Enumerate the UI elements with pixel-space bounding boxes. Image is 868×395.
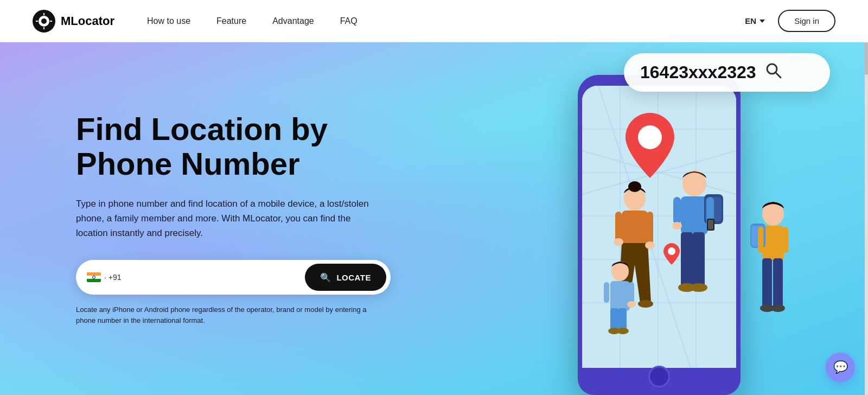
flag-bot (87, 279, 101, 282)
chat-widget-button[interactable]: 💬 (826, 353, 855, 382)
logo-link[interactable]: MLocator (33, 10, 114, 33)
svg-rect-47 (629, 282, 634, 304)
nav-faq[interactable]: FAQ (340, 16, 358, 26)
search-bar: · +91 🔍 LOCATE (76, 260, 391, 295)
svg-point-48 (627, 301, 636, 308)
nav-right: EN Sign in (745, 10, 835, 32)
phone-search-number: 16423xxx2323 (640, 62, 756, 82)
phone-illustration: 16423xxx2323 (575, 42, 825, 395)
svg-rect-21 (681, 232, 693, 286)
chat-icon: 💬 (833, 360, 848, 374)
country-code: · +91 (104, 273, 122, 282)
lang-label: EN (745, 16, 756, 26)
navbar: MLocator How to use Feature Advantage FA… (0, 0, 868, 42)
svg-rect-22 (693, 232, 705, 286)
locate-button-label: LOCATE (336, 273, 371, 282)
india-flag-icon (87, 272, 101, 282)
svg-point-55 (771, 304, 785, 312)
svg-rect-37 (647, 212, 653, 244)
chevron-down-icon (760, 20, 765, 23)
svg-point-24 (690, 283, 707, 292)
svg-rect-43 (610, 308, 618, 330)
nav-links: How to use Feature Advantage FAQ (147, 16, 745, 26)
svg-line-4 (776, 73, 781, 78)
svg-point-33 (628, 181, 641, 192)
scrollbar-thumb[interactable] (865, 42, 868, 75)
hero-title: Find Location by Phone Number (76, 112, 391, 181)
svg-rect-20 (681, 196, 708, 234)
flag-area: · +91 (87, 272, 122, 282)
hero-note: Locate any iPhone or Android phone regar… (76, 304, 380, 326)
svg-point-29 (672, 222, 682, 230)
svg-rect-28 (673, 197, 681, 224)
hero-section: Find Location by Phone Number Type in ph… (0, 42, 868, 395)
svg-rect-42 (610, 281, 630, 311)
nav-advantage[interactable]: Advantage (272, 16, 314, 26)
svg-rect-31 (708, 220, 713, 230)
nav-feature[interactable]: Feature (216, 16, 246, 26)
svg-rect-39 (615, 212, 622, 241)
family-illustration (542, 113, 846, 395)
svg-point-2 (41, 18, 47, 24)
search-icon: 🔍 (320, 272, 331, 283)
svg-rect-49 (604, 282, 609, 303)
svg-rect-53 (773, 258, 783, 307)
svg-rect-44 (618, 308, 627, 330)
hero-content: Find Location by Phone Number Type in ph… (0, 112, 391, 326)
nav-how-to-use[interactable]: How to use (147, 16, 190, 26)
hero-subtitle: Type in phone number and find location o… (76, 196, 380, 241)
locate-button[interactable]: 🔍 LOCATE (305, 264, 386, 291)
language-selector[interactable]: EN (745, 16, 765, 26)
phone-search-pill: 16423xxx2323 (624, 53, 830, 92)
svg-point-40 (614, 238, 623, 246)
svg-rect-59 (758, 227, 763, 253)
logo-icon (33, 10, 55, 33)
phone-input[interactable] (126, 272, 305, 282)
scrollbar[interactable] (865, 42, 868, 395)
svg-point-38 (645, 241, 655, 249)
svg-point-36 (638, 300, 653, 308)
svg-rect-34 (622, 211, 648, 246)
phone-search-icon (765, 62, 782, 83)
svg-rect-58 (783, 227, 788, 253)
signin-button[interactable]: Sign in (778, 10, 835, 32)
logo-text: MLocator (61, 14, 114, 28)
svg-point-46 (617, 328, 629, 334)
svg-rect-52 (762, 258, 772, 307)
